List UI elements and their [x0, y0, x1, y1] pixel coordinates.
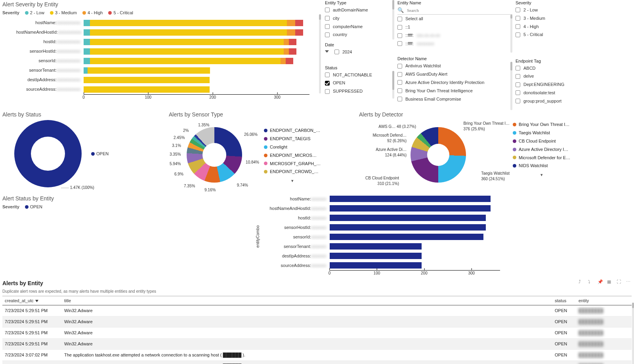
drill-up-icon[interactable]: ⤴ [579, 279, 584, 284]
chevron-down-icon[interactable]: ▾ [264, 178, 321, 184]
bar-row[interactable]: sourceAddress:xxxxxxx [262, 261, 634, 270]
scrollbar[interactable] [632, 303, 634, 364]
table-row[interactable]: 7/23/2024 5:29:51 PMWin32.AdwareOPEN████… [2, 316, 632, 328]
filter-entity-name-title: Entity Name [397, 0, 512, 6]
severity-bar-chart[interactable]: hostName:xxxxxxxxxxxhostNameAndHostId:xx… [2, 18, 319, 94]
severity-5-critical[interactable]: 5 - Critical [516, 30, 557, 39]
scrollbar[interactable] [510, 15, 512, 53]
entity-name-item[interactable]: ::ffff:xxxxxxxx [397, 40, 510, 48]
legend-critical[interactable]: 5 - Critical [108, 10, 133, 16]
bar-row[interactable]: sourceAddress:xxxxxxxxxxx [16, 85, 319, 94]
bar-row[interactable]: hostId:xxxxxxxxxxx [16, 37, 319, 47]
scrollbar[interactable] [510, 62, 512, 110]
filter-detector-name-title: Detector Name [397, 56, 512, 62]
detector-aws-guardduty[interactable]: AWS GuardDuty Alert [397, 70, 510, 78]
scrollbar[interactable] [392, 71, 394, 99]
bar-row[interactable]: destIpAddress:xxxxxxxxxxx [16, 75, 319, 85]
entity-name-search[interactable]: 🔍 [397, 6, 512, 15]
bar-row[interactable]: sensorHostId:xxxxxxx [262, 223, 634, 232]
entity-type-country[interactable]: country [325, 30, 392, 39]
bar-row[interactable]: hostName:xxxxxxx [262, 194, 634, 204]
x-axis: 0100200300 [84, 94, 309, 103]
legend-open[interactable]: OPEN [25, 204, 42, 210]
search-icon: 🔍 [397, 7, 404, 14]
endpoint-tag-delve[interactable]: delve [516, 72, 632, 80]
chevron-down-icon[interactable]: ▾ [513, 172, 570, 178]
alerts-table[interactable]: created_at_utc title status entity 7/23/… [2, 296, 632, 364]
status-bar-chart[interactable]: hostName:xxxxxxxhostNameAndHostId:xxxxxx… [262, 194, 634, 270]
y-axis-label: entityCombo [254, 225, 262, 248]
col-status[interactable]: status [552, 296, 576, 305]
donut-sensor-type[interactable]: 26.06% 10.84% 9.74% 9.16% 7.35% 6.9% 5.9… [169, 120, 260, 191]
endpoint-tag-abcd[interactable]: ABCD [516, 64, 632, 72]
detector-bec[interactable]: Business Email Compromise [397, 95, 510, 103]
chart-title: Alert Severity by Entity [2, 1, 319, 8]
focus-mode-icon[interactable]: ⛶ [617, 279, 622, 284]
legend-detector: Bring Your Own Threat I… Taegis Watchlis… [513, 122, 570, 178]
entity-type-city[interactable]: city [325, 14, 392, 23]
col-entity[interactable]: entity [576, 296, 632, 305]
bar-row[interactable]: sensorId:xxxxxxxxxxx [16, 56, 319, 66]
entity-type-computername[interactable]: computerName [325, 23, 392, 31]
legend-low[interactable]: 2 - Low [25, 10, 44, 16]
bar-row[interactable]: destIpAddress:xxxxxxx [262, 251, 634, 261]
table-row[interactable]: 7/23/2024 5:29:51 PMWin32.AdwareOPEN████… [2, 305, 632, 316]
endpoint-tag-engineering[interactable]: Dept:ENGINEERING [516, 80, 632, 89]
col-created[interactable]: created_at_utc [2, 296, 62, 305]
chevron-down-icon[interactable] [325, 50, 329, 53]
entity-name-item[interactable]: ::1 [397, 23, 510, 31]
bar-row[interactable]: hostId:xxxxxxx [262, 213, 634, 223]
scrollbar[interactable] [392, 0, 394, 40]
legend-high[interactable]: 4 - High [82, 10, 103, 16]
legend-medium[interactable]: 3 - Medium [50, 10, 77, 16]
detector-byoti[interactable]: Bring Your Own Threat Intelligence [397, 87, 510, 95]
bar-row[interactable]: sensorHostId:xxxxxxxxxxx [16, 47, 319, 56]
bar-row[interactable]: sensorId:xxxxxxx [262, 232, 634, 242]
bar-row[interactable]: sensorTenant:xxxxxxxxxxx [16, 66, 319, 75]
table-title: Alerts by Entity [2, 280, 156, 287]
scrollbar[interactable] [319, 14, 321, 93]
panel-alerts-by-sensor-type: Alerts by Sensor Type 26.06% 10.84% 9.74… [166, 110, 357, 193]
bar-row[interactable]: hostNameAndHostId:xxxxxxxxxxx [16, 28, 319, 37]
drill-down-icon[interactable]: ⤵ [588, 279, 594, 284]
endpoint-tag-donotisolate[interactable]: donotisolate:test [516, 89, 632, 97]
legend-sensor-type: ENDPOINT_CARBON_… ENDPOINT_TAEGIS Coreli… [264, 128, 321, 184]
donut-detector[interactable]: Bring Your Own Threat I…376 (25.6%) Taeg… [359, 120, 510, 193]
table-row[interactable]: 7/23/2024 5:29:51 PMWin32.AdwareOPEN████… [2, 338, 632, 349]
chart-title: Alert Status by Entity [2, 195, 251, 202]
legend-open[interactable]: OPEN [91, 151, 109, 157]
bar-row[interactable]: sensorTenant:xxxxxxx [262, 242, 634, 251]
panel-alert-status-by-entity: Alert Status by Entity Severity OPEN [0, 194, 254, 279]
status-open[interactable]: OPEN [325, 79, 392, 87]
endpoint-tag-prod-support[interactable]: group:prod_support [516, 97, 632, 105]
date-2024[interactable]: 2024 [325, 48, 394, 56]
severity-legend: Severity 2 - Low 3 - Medium 4 - High 5 -… [2, 10, 319, 16]
entity-name-select-all[interactable]: Select all [397, 15, 510, 23]
detector-azure-ad[interactable]: Azure Active Directory Identity Protecti… [397, 78, 510, 87]
status-not-actionable[interactable]: NOT_ACTIONABLE [325, 71, 392, 79]
chart-title: Alerts by Sensor Type [169, 111, 354, 118]
bar-row[interactable]: hostName:xxxxxxxxxxx [16, 18, 319, 28]
entity-name-search-input[interactable] [406, 8, 512, 13]
detector-antivirus[interactable]: Antivirus Watchlist [397, 62, 510, 70]
status-suppressed[interactable]: SUPPRESSED [325, 87, 392, 95]
more-icon[interactable]: ⋯ [626, 279, 632, 284]
severity-3-medium[interactable]: 3 - Medium [516, 14, 557, 23]
table-subtitle: Duplicate alert rows are expected, as ma… [2, 289, 156, 294]
severity-4-high[interactable]: 4 - High [516, 23, 557, 31]
table-row[interactable]: 7/23/2024 3:07:02 PMThe application task… [2, 349, 632, 360]
table-row[interactable]: 7/23/2024 3:07:02 PMThe application task… [2, 360, 632, 364]
filter-icon[interactable]: ▦ [607, 279, 613, 284]
chart-title: Alerts by Detector [359, 111, 632, 118]
filter-date-title: Date [325, 42, 394, 48]
bar-row[interactable]: hostNameAndHostId:xxxxxxx [262, 204, 634, 213]
table-row[interactable]: 7/23/2024 5:29:51 PMWin32.AdwareOPEN████… [2, 328, 632, 339]
col-title[interactable]: title [62, 296, 552, 305]
sort-desc-icon [35, 300, 38, 302]
donut-status[interactable]: —— 1.47K (100%) [14, 120, 82, 187]
entity-name-item[interactable]: ::ffff:xxx.xx.xx.xx [397, 31, 510, 40]
entity-type-authdomainname[interactable]: authDomainName [325, 6, 392, 14]
x-axis: 0100200300 [330, 270, 500, 279]
pin-icon[interactable]: 📌 [598, 279, 603, 284]
severity-2-low[interactable]: 2 - Low [516, 6, 557, 14]
